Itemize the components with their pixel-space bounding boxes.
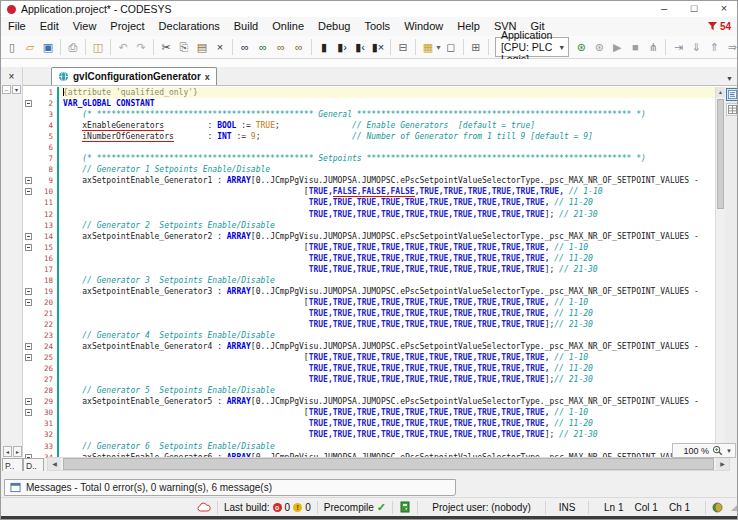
fold-marker[interactable] bbox=[23, 177, 33, 184]
code-area[interactable]: 1{attribute 'qualified_only'}2VAR_GLOBAL… bbox=[23, 87, 715, 458]
code-text[interactable]: {attribute 'qualified_only'} bbox=[57, 87, 715, 98]
panel-tab-scroll-left-icon[interactable]: ◂ bbox=[3, 446, 12, 457]
vertical-scroll-thumb[interactable] bbox=[717, 99, 724, 209]
code-text[interactable]: TRUE,TRUE,TRUE,TRUE,TRUE,TRUE,TRUE,TRUE,… bbox=[57, 363, 715, 374]
fold-collapse-icon[interactable] bbox=[25, 233, 32, 240]
code-text[interactable]: axSetpointEnable_Generator3 : ARRAY[0..J… bbox=[57, 286, 715, 297]
code-text[interactable]: axSetpointEnable_Generator5 : ARRAY[0..J… bbox=[57, 396, 715, 407]
fold-marker[interactable] bbox=[23, 188, 33, 195]
fold-collapse-icon[interactable] bbox=[25, 177, 32, 184]
resize-grip[interactable]: ◢ bbox=[731, 502, 738, 512]
code-text[interactable]: // Generator 4 Setpoints Enable/Disable bbox=[57, 330, 715, 341]
zoom-dropdown-icon[interactable]: ▼ bbox=[726, 448, 732, 454]
horizontal-scroll-thumb[interactable] bbox=[63, 458, 714, 470]
code-text[interactable]: // Generator 5 Setpoints Enable/Disable bbox=[57, 385, 715, 396]
vertical-scrollbar[interactable]: ▲ bbox=[715, 87, 725, 458]
textual-view-button[interactable] bbox=[726, 88, 738, 101]
application-combo-arrow-icon[interactable]: ▼ bbox=[558, 44, 565, 51]
build-dropdown-icon[interactable]: ▼ bbox=[435, 44, 442, 51]
application-combo[interactable]: Application [CPU: PLC Logic]▼ bbox=[495, 37, 569, 57]
document-tab-close-icon[interactable]: x bbox=[205, 72, 210, 82]
language-status[interactable] bbox=[706, 502, 729, 513]
redo-icon[interactable]: ↷ bbox=[132, 38, 150, 56]
menu-edit[interactable]: Edit bbox=[33, 17, 66, 36]
fold-collapse-icon[interactable] bbox=[25, 188, 32, 195]
menu-declarations[interactable]: Declarations bbox=[152, 17, 227, 36]
breakpoints-icon[interactable]: ⋔ bbox=[644, 38, 662, 56]
menu-debug[interactable]: Debug bbox=[311, 17, 357, 36]
code-text[interactable]: // Generator 3 Setpoints Enable/Disable bbox=[57, 275, 715, 286]
code-text[interactable]: VAR_GLOBAL CONSTANT bbox=[57, 98, 715, 109]
menu-window[interactable]: Window bbox=[397, 17, 450, 36]
scroll-up-icon[interactable]: ▲ bbox=[716, 87, 725, 97]
menu-file[interactable]: File bbox=[1, 17, 33, 36]
fold-marker[interactable] bbox=[23, 299, 33, 306]
fold-marker[interactable] bbox=[23, 244, 33, 251]
fold-collapse-icon[interactable] bbox=[25, 299, 32, 306]
code-text[interactable]: TRUE,TRUE,TRUE,TRUE,TRUE,TRUE,TRUE,TRUE,… bbox=[57, 209, 715, 220]
fold-collapse-icon[interactable] bbox=[25, 343, 32, 350]
menu-tools[interactable]: Tools bbox=[357, 17, 397, 36]
code-text[interactable]: [TRUE,FALSE,FALSE,FALSE,TRUE,TRUE,TRUE,T… bbox=[57, 186, 715, 197]
code-text[interactable]: axSetpointEnable_Generator1 : ARRAY[0..J… bbox=[57, 175, 715, 186]
print-icon[interactable]: ⎙ bbox=[64, 38, 82, 56]
build-all-icon[interactable]: ⊞ bbox=[467, 38, 485, 56]
fold-marker[interactable] bbox=[23, 409, 33, 416]
notification-area[interactable]: 54 bbox=[707, 21, 738, 32]
menu-help[interactable]: Help bbox=[450, 17, 487, 36]
fold-collapse-icon[interactable] bbox=[25, 288, 32, 295]
panel-close-icon[interactable]: × bbox=[5, 70, 19, 83]
find-icon[interactable]: ∞ bbox=[236, 38, 254, 56]
code-text[interactable]: (* *************************************… bbox=[57, 153, 715, 164]
open-project-icon[interactable]: ▱ bbox=[21, 38, 39, 56]
step-out-icon[interactable]: ⇑ bbox=[705, 38, 723, 56]
code-text[interactable]: // Generator 6 Setpoints Enable/Disable bbox=[57, 441, 715, 452]
scroll-right-icon[interactable]: ▶ bbox=[716, 458, 729, 470]
code-text[interactable]: [TRUE,TRUE,TRUE,TRUE,TRUE,TRUE,TRUE,TRUE… bbox=[57, 242, 715, 253]
fold-collapse-icon[interactable] bbox=[25, 100, 32, 107]
step-over-icon[interactable]: ⇥ bbox=[669, 38, 687, 56]
fold-marker[interactable] bbox=[23, 354, 33, 361]
new-object-icon[interactable]: ◻ bbox=[442, 38, 460, 56]
scroll-left-icon[interactable]: ◀ bbox=[48, 458, 61, 470]
tabular-view-button[interactable] bbox=[726, 103, 738, 116]
panel-dropdown-icon[interactable]: ▾ bbox=[12, 85, 21, 94]
cut-icon[interactable]: ✂ bbox=[157, 38, 175, 56]
code-text[interactable]: TRUE,TRUE,TRUE,TRUE,TRUE,TRUE,TRUE,TRUE,… bbox=[57, 197, 715, 208]
stop-icon[interactable]: ■ bbox=[626, 38, 644, 56]
paste-icon[interactable]: ▤ bbox=[193, 38, 211, 56]
code-text[interactable]: TRUE,TRUE,TRUE,TRUE,TRUE,TRUE,TRUE,TRUE,… bbox=[57, 429, 715, 440]
fold-collapse-icon[interactable] bbox=[25, 454, 32, 458]
fold-marker[interactable] bbox=[23, 398, 33, 405]
fold-collapse-icon[interactable] bbox=[25, 398, 32, 405]
fold-collapse-icon[interactable] bbox=[25, 354, 32, 361]
code-text[interactable]: TRUE,TRUE,TRUE,TRUE,TRUE,TRUE,TRUE,TRUE,… bbox=[57, 264, 715, 275]
bookmark-toggle-icon[interactable]: ▮ bbox=[315, 38, 333, 56]
login-icon[interactable]: ⊛ bbox=[572, 38, 590, 56]
menu-build[interactable]: Build bbox=[227, 17, 265, 36]
undo-icon[interactable]: ↶ bbox=[114, 38, 132, 56]
panel-options-icon[interactable]: – bbox=[2, 85, 11, 94]
code-text[interactable]: axSetpointEnable_Generator2 : ARRAY[0..J… bbox=[57, 231, 715, 242]
code-text[interactable]: TRUE,TRUE,TRUE,TRUE,TRUE,TRUE,TRUE,TRUE,… bbox=[57, 374, 715, 385]
minimize-button[interactable]: – bbox=[649, 1, 679, 17]
code-text[interactable]: // Generator 1 Setpoints Enable/Disable bbox=[57, 164, 715, 175]
save-icon[interactable]: ▣ bbox=[39, 38, 57, 56]
bookmark-clear-icon[interactable]: ▮× bbox=[369, 38, 387, 56]
fold-collapse-icon[interactable] bbox=[25, 409, 32, 416]
find-replace-icon[interactable]: ∞ bbox=[272, 38, 290, 56]
fold-marker[interactable] bbox=[23, 233, 33, 240]
code-text[interactable]: xEnableGenerators : BOOL := TRUE; // Ena… bbox=[57, 120, 715, 131]
incremental-find-icon[interactable]: ∞ bbox=[254, 38, 272, 56]
editor-zoom-control[interactable]: 100 % ▼ bbox=[672, 443, 736, 458]
fold-collapse-icon[interactable] bbox=[25, 244, 32, 251]
code-text[interactable] bbox=[57, 142, 715, 153]
menu-online[interactable]: Online bbox=[265, 17, 311, 36]
new-file-icon[interactable]: ▯ bbox=[3, 38, 21, 56]
close-button[interactable]: × bbox=[709, 1, 738, 17]
bookmark-prev-icon[interactable]: ▮‹ bbox=[351, 38, 369, 56]
delete-icon[interactable]: × bbox=[211, 38, 229, 56]
fold-marker[interactable] bbox=[23, 343, 33, 350]
code-text[interactable]: [TRUE,TRUE,TRUE,TRUE,TRUE,TRUE,TRUE,TRUE… bbox=[57, 407, 715, 418]
messages-tab[interactable]: Messages - Total 0 error(s), 0 warning(s… bbox=[4, 479, 456, 496]
